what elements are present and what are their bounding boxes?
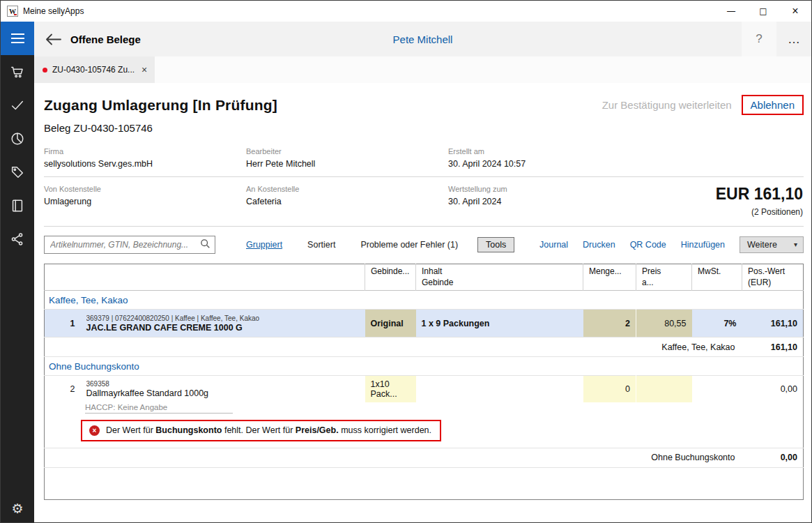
- tab-close-icon[interactable]: ×: [141, 64, 147, 75]
- table-header-row: Gebinde... InhaltGebinde Menge... Preisa…: [45, 264, 804, 291]
- menge-cell[interactable]: 2: [583, 310, 636, 338]
- subtotal-label: Ohne Buchungskonto: [45, 448, 742, 467]
- current-user[interactable]: Pete Mitchell: [393, 33, 453, 45]
- table-row-1[interactable]: 1 369379 | 07622400820250 | Kaffee | Kaf…: [45, 310, 804, 338]
- position-count: (2 Positionen): [657, 207, 803, 217]
- haccp-row: HACCP: Keine Angabe: [45, 402, 804, 417]
- col-header-pos[interactable]: [45, 264, 81, 291]
- col-header-pos-wert[interactable]: Pos.-Wert(EUR): [742, 264, 804, 291]
- row-pos-number: 2: [45, 376, 81, 402]
- col-header-mwst[interactable]: MwSt.: [692, 264, 742, 291]
- preis-cell[interactable]: 80,55: [636, 310, 692, 338]
- window-controls: — □ ×: [715, 1, 811, 22]
- more-dropdown-button[interactable]: Weitere ▾: [740, 236, 804, 253]
- pie-chart-icon[interactable]: [1, 122, 34, 156]
- reject-button[interactable]: Ablehnen: [742, 95, 804, 115]
- document-total: EUR 161,10 (2 Positionen): [657, 185, 804, 217]
- group-header-kaffee[interactable]: Kaffee, Tee, Kakao: [45, 291, 804, 310]
- field-label: Wertstellung zum: [448, 185, 657, 193]
- more-dropdown-label: Weitere: [747, 240, 777, 250]
- item-toolbar: Gruppiert Sortiert Probleme oder Fehler …: [44, 235, 804, 254]
- checkmark-icon[interactable]: [1, 89, 34, 122]
- page-header: Offene Belege Pete Mitchell ? …: [34, 22, 811, 56]
- field-von-kostenstelle: Von Kostenstelle Umlagerung: [44, 185, 246, 217]
- grouped-toggle[interactable]: Gruppiert: [246, 240, 282, 250]
- minimize-button[interactable]: —: [715, 1, 747, 22]
- pos-wert-cell: 0,00: [742, 376, 804, 402]
- gebinde-cell[interactable]: 1x10 Pack...: [365, 376, 416, 402]
- qr-code-link[interactable]: QR Code: [630, 240, 666, 250]
- cart-icon[interactable]: [1, 55, 34, 89]
- field-bearbeiter: Bearbeiter Herr Pete Mitchell: [246, 147, 448, 169]
- validation-error-row: ×Der Wert für Buchungskonto fehlt. Der W…: [45, 417, 804, 448]
- subtotal-value: 161,10: [742, 338, 804, 357]
- meta-fields-row2: Von Kostenstelle Umlagerung An Kostenste…: [44, 177, 804, 227]
- help-button[interactable]: ?: [742, 22, 776, 56]
- error-icon: ×: [89, 425, 100, 436]
- tab-document[interactable]: ZU-0430-105746 Zu... ×: [34, 56, 155, 83]
- field-wertstellung: Wertstellung zum 30. April 2024: [448, 185, 657, 217]
- col-header-article[interactable]: [81, 264, 365, 291]
- hamburger-menu-icon[interactable]: [1, 22, 34, 55]
- sidebar: ⚙: [1, 22, 34, 522]
- app-window: W Meine sellyApps — □ ×: [0, 0, 812, 523]
- tag-icon[interactable]: [1, 156, 34, 189]
- article-meta: 369358: [86, 380, 360, 388]
- tools-button[interactable]: Tools: [477, 237, 514, 252]
- journal-link[interactable]: Journal: [539, 240, 568, 250]
- subtotal-label: Kaffee, Tee, Kakao: [45, 338, 742, 357]
- maximize-button[interactable]: □: [747, 1, 779, 22]
- col-header-preis[interactable]: Preisa...: [636, 264, 692, 291]
- page-title: Offene Belege: [70, 33, 141, 45]
- row-pos-number: 1: [45, 310, 81, 338]
- meta-fields-row1: Firma sellysolutions Serv.ges.mbH Bearbe…: [44, 147, 804, 177]
- col-header-gebinde[interactable]: Gebinde...: [365, 264, 416, 291]
- field-label: Von Kostenstelle: [44, 185, 246, 193]
- document-content: Zugang Umlagerung [In Prüfung] Zur Bestä…: [34, 83, 811, 522]
- print-link[interactable]: Drucken: [583, 240, 615, 250]
- error-message: Der Wert für Buchungskonto fehlt. Der We…: [106, 425, 431, 435]
- col-header-menge[interactable]: Menge...: [583, 264, 636, 291]
- reject-button-label: Ablehnen: [751, 99, 795, 111]
- search-icon[interactable]: [200, 238, 210, 251]
- share-network-icon[interactable]: [1, 222, 34, 256]
- field-value: 30. April 2024 10:57: [448, 159, 657, 169]
- sorted-toggle[interactable]: Sortiert: [307, 240, 335, 250]
- table-filler-row: [45, 467, 804, 499]
- close-window-button[interactable]: ×: [779, 1, 811, 22]
- article-cell[interactable]: 369379 | 07622400820250 | Kaffee | Kaffe…: [81, 310, 365, 338]
- gebinde-cell[interactable]: Original: [365, 310, 416, 338]
- group-subtotal-ohne-buchungskonto: Ohne Buchungskonto 0,00: [45, 448, 804, 467]
- total-amount: EUR 161,10: [657, 185, 803, 204]
- unsaved-dot-icon: [43, 68, 47, 73]
- search-input[interactable]: [50, 240, 200, 250]
- titlebar: W Meine sellyApps — □ ×: [1, 1, 811, 22]
- more-options-button[interactable]: …: [776, 22, 811, 56]
- add-link[interactable]: Hinzufügen: [681, 240, 725, 250]
- field-value: Cafeteria: [246, 197, 448, 206]
- col-header-inhalt[interactable]: InhaltGebinde: [416, 264, 583, 291]
- field-an-kostenstelle: An Kostenstelle Cafeteria: [246, 185, 448, 217]
- settings-gear-icon[interactable]: ⚙: [1, 501, 34, 516]
- forward-for-approval-button[interactable]: Zur Bestätigung weiterleiten: [602, 99, 732, 111]
- article-name: Dallmayrkaffee Standard 1000g: [86, 388, 360, 398]
- preis-cell[interactable]: [636, 376, 692, 402]
- inhalt-cell: [416, 376, 583, 402]
- group-header-ohne-buchungskonto[interactable]: Ohne Buchungskonto: [45, 357, 804, 376]
- field-erstellt-am: Erstellt am 30. April 2024 10:57: [448, 147, 657, 169]
- haccp-attribute-link[interactable]: HACCP: Keine Angabe: [85, 403, 233, 414]
- mwst-cell: 7%: [692, 310, 742, 338]
- back-arrow-icon[interactable]: [43, 33, 63, 45]
- problems-filter[interactable]: Probleme oder Fehler (1): [360, 240, 458, 250]
- journal-book-icon[interactable]: [1, 189, 34, 222]
- app-logo-icon: W: [7, 6, 18, 17]
- tab-label: ZU-0430-105746 Zu...: [52, 65, 135, 75]
- search-box[interactable]: [44, 236, 215, 254]
- menge-cell[interactable]: 0: [583, 376, 636, 402]
- inhalt-cell: 1 x 9 Packungen: [416, 310, 583, 338]
- article-cell[interactable]: 369358 Dallmayrkaffee Standard 1000g: [81, 376, 365, 402]
- window-title: Meine sellyApps: [23, 6, 84, 16]
- field-firma: Firma sellysolutions Serv.ges.mbH: [44, 147, 246, 169]
- table-row-2[interactable]: 2 369358 Dallmayrkaffee Standard 1000g 1…: [45, 376, 804, 402]
- document-title: Zugang Umlagerung [In Prüfung]: [44, 97, 277, 114]
